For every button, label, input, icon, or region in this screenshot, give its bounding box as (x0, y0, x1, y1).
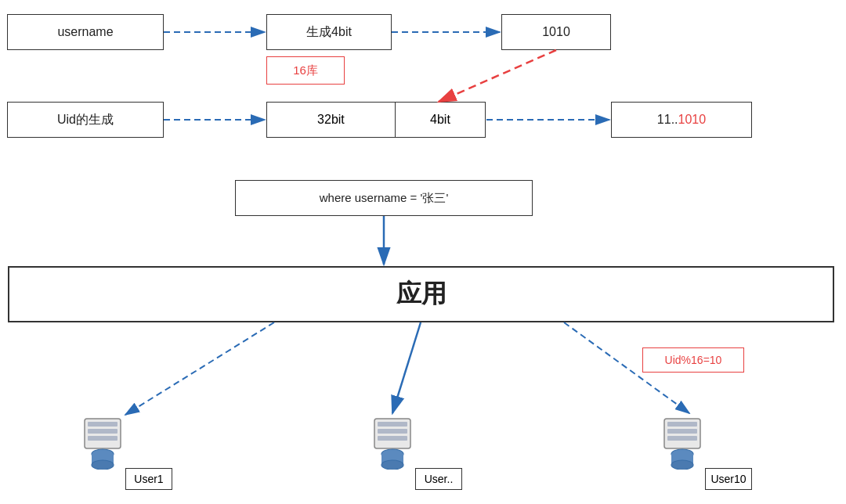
svg-rect-9 (378, 429, 407, 434)
where-box: where username = '张三' (235, 180, 533, 216)
server2-icon (368, 415, 417, 470)
user10-label: User10 (705, 468, 752, 490)
svg-point-6 (92, 460, 114, 470)
svg-rect-3 (88, 436, 118, 441)
server3-icon (658, 415, 707, 470)
svg-rect-10 (378, 436, 407, 441)
app-label: 应用 (396, 277, 446, 311)
uid-mod-label: Uid%16=10 (665, 354, 722, 366)
result1010-box: 1010 (501, 14, 611, 50)
user-dot-label: User.. (415, 468, 462, 490)
uid-gen-box: Uid的生成 (7, 102, 164, 138)
lib16-label: 16库 (293, 63, 318, 78)
svg-rect-15 (667, 422, 697, 427)
user-dot-server: User.. (368, 415, 417, 470)
uid-gen-label: Uid的生成 (57, 112, 114, 128)
bit4-cell: 4bit (396, 103, 485, 137)
result-text: 11..1010 (657, 113, 706, 127)
svg-point-20 (671, 460, 693, 470)
result11-1010-override: 11..1010 (611, 102, 752, 138)
svg-rect-2 (88, 429, 118, 434)
uid-mod-box: Uid%16=10 (642, 347, 744, 373)
user1-label: User1 (125, 468, 172, 490)
arrow-app-userdot (392, 322, 421, 413)
svg-rect-8 (378, 422, 407, 427)
svg-rect-1 (88, 422, 118, 427)
bit-combined-box: 32bit 4bit (266, 102, 486, 138)
app-box: 应用 (8, 266, 834, 322)
svg-point-13 (381, 460, 403, 470)
svg-rect-16 (667, 429, 697, 434)
arrow-app-user1 (125, 322, 274, 415)
gen4bit-box: 生成4bit (266, 14, 392, 50)
user1-server: User1 (78, 415, 127, 470)
svg-rect-17 (667, 436, 697, 441)
diagram: username 生成4bit 1010 16库 Uid的生成 32bit 4b… (0, 0, 846, 504)
gen4bit-label: 生成4bit (306, 24, 352, 41)
lib16-box: 16库 (266, 56, 345, 85)
server1-icon (78, 415, 127, 470)
arrow-1010-4bit (439, 50, 556, 102)
user10-server: User10 (658, 415, 707, 470)
result1010-label: 1010 (542, 25, 570, 39)
bit32-cell: 32bit (267, 103, 396, 137)
username-label: username (57, 25, 113, 39)
username-box: username (7, 14, 164, 50)
arrows-overlay (0, 0, 846, 504)
where-label: where username = '张三' (320, 191, 449, 206)
